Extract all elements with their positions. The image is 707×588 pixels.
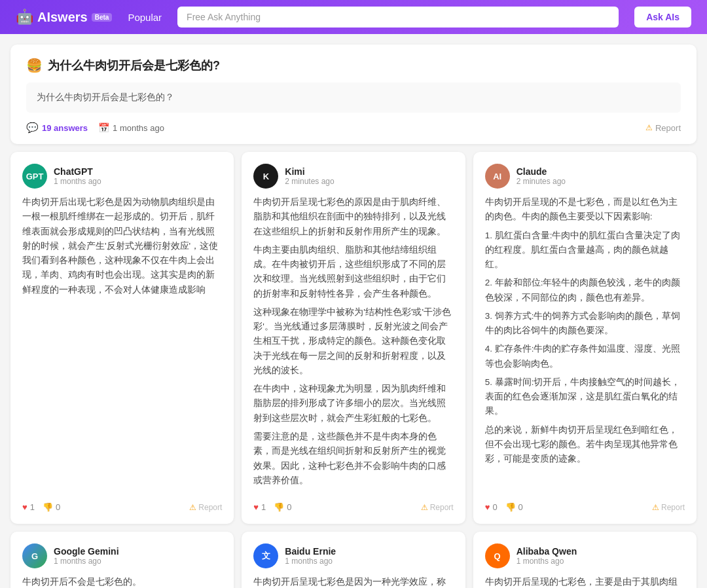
answer-card-chatgpt: GPT ChatGPT 1 months ago 牛肉切开后出现七彩色是因为动物… [10,152,234,524]
ai-avatar-gemini: G [22,543,47,568]
answer-card-baidu: 文 Baidu Ernie 1 months ago 牛肉切开后呈现七彩色是因为… [242,532,465,588]
burger-icon: 🍔 [26,58,43,73]
card-text-gemini: 牛肉切开后不会是七彩色的。牛肉通常是粉红色到深红色，具体颜色取决于以下因素: [22,575,222,588]
dislike-icon: 👎 [43,502,53,512]
calendar-icon: 📅 [98,122,109,133]
dislike-icon: 👎 [274,502,284,512]
card-text-baidu: 牛肉切开后呈现七彩色是因为一种光学效应，称为'反射式光栅衍射'。当光线从某个角度… [253,575,453,588]
ask-button[interactable]: Ask AIs [634,7,691,28]
report-btn-chatgpt[interactable]: ⚠ Report [189,503,222,512]
card-header: AI Claude 2 minutes ago [485,164,685,189]
time-meta: 📅 1 months ago [98,122,164,133]
ai-avatar-baidu: 文 [253,543,278,568]
answers-meta: 💬 19 answers [26,122,88,134]
card-header: GPT ChatGPT 1 months ago [22,164,222,189]
answer-card-kimi: K Kimi 2 minutes ago 牛肉切开后呈现七彩色的原因是由于肌肉纤… [242,152,465,524]
card-header: G Google Gemini 1 months ago [22,543,222,568]
like-btn-chatgpt[interactable]: ♥ 1 [22,502,35,512]
question-meta: 💬 19 answers 📅 1 months ago ⚠ Report [26,122,681,134]
answers-icon: 💬 [26,122,39,134]
card-header: Q Alibaba Qwen 1 months ago [485,543,685,568]
ai-time-baidu: 1 months ago [285,557,336,566]
card-text-kimi: 牛肉切开后呈现七彩色的原因是由于肌肉纤维、脂肪和其他组织在剖面中的独特排列，以及… [253,195,453,492]
card-text-chatgpt: 牛肉切开后出现七彩色是因为动物肌肉组织是由一根一根肌纤维绑在一起形成的。切开后，… [22,195,222,492]
ai-info-alibaba: Alibaba Qwen 1 months ago [517,546,577,566]
card-footer-kimi: ♥ 1 👎 0 ⚠ Report [253,502,453,512]
heart-icon: ♥ [485,502,490,512]
dislike-count: 0 [56,502,60,512]
dislike-count: 0 [287,502,291,512]
ai-time-claude: 2 minutes ago [517,177,566,186]
logo-text-ai: AIswers [37,10,88,25]
ai-name-chatgpt: ChatGPT [54,166,101,177]
card-text-claude: 牛肉切开后呈现的不是七彩色，而是以红色为主的肉色。牛肉的颜色主要受以下因素影响:… [485,195,685,492]
warning-icon-small: ⚠ [421,503,428,512]
report-btn-kimi[interactable]: ⚠ Report [421,503,454,512]
warning-icon: ⚠ [645,123,653,132]
answer-card-alibaba: Q Alibaba Qwen 1 months ago 牛肉切开后呈现的七彩色，… [473,532,697,588]
answer-card-gemini: G Google Gemini 1 months ago 牛肉切开后不会是七彩色… [10,532,234,588]
warning-icon-small: ⚠ [652,503,659,512]
ai-avatar-kimi: K [253,164,278,189]
answer-card-claude: AI Claude 2 minutes ago 牛肉切开后呈现的不是七彩色，而是… [473,152,697,524]
ai-info-chatgpt: ChatGPT 1 months ago [54,166,101,186]
dislike-btn-kimi[interactable]: 👎 0 [274,502,291,512]
ai-info-claude: Claude 2 minutes ago [517,166,566,186]
like-btn-claude[interactable]: ♥ 0 [485,502,498,512]
beta-badge: Beta [92,13,113,22]
like-count: 0 [492,502,497,512]
card-footer-claude: ♥ 0 👎 0 ⚠ Report [485,502,685,512]
like-count: 1 [261,502,266,512]
ai-name-alibaba: Alibaba Qwen [517,546,577,557]
answers-grid: GPT ChatGPT 1 months ago 牛肉切开后出现七彩色是因为动物… [0,152,707,588]
card-header: K Kimi 2 minutes ago [253,164,453,189]
dislike-icon: 👎 [505,502,516,512]
dislike-btn-chatgpt[interactable]: 👎 0 [43,502,60,512]
logo: 🤖 AIswers Beta [16,9,112,26]
ai-info-gemini: Google Gemini 1 months ago [54,546,119,566]
card-header: 文 Baidu Ernie 1 months ago [253,543,453,568]
card-footer-chatgpt: ♥ 1 👎 0 ⚠ Report [22,502,222,512]
answers-count: 19 answers [42,123,88,133]
search-input[interactable]: Free Ask Anything [177,7,619,28]
ai-time-chatgpt: 1 months ago [54,177,101,186]
ai-info-baidu: Baidu Ernie 1 months ago [285,546,336,566]
main-nav: Popular [128,12,162,23]
report-btn-claude[interactable]: ⚠ Report [652,503,685,512]
ai-avatar-chatgpt: GPT [22,164,47,189]
warning-icon-small: ⚠ [189,503,196,512]
logo-icon: 🤖 [16,9,33,26]
question-body: 为什么牛肉切开后会是七彩色的？ [26,83,681,113]
ai-time-gemini: 1 months ago [54,557,119,566]
heart-icon: ♥ [22,502,27,512]
dislike-btn-claude[interactable]: 👎 0 [505,502,523,512]
header: 🤖 AIswers Beta Popular Free Ask Anything… [0,0,707,34]
ai-name-baidu: Baidu Ernie [285,546,336,557]
nav-popular[interactable]: Popular [128,12,162,23]
dislike-count: 0 [518,502,523,512]
heart-icon: ♥ [253,502,259,512]
report-link[interactable]: ⚠ Report [645,123,681,133]
card-text-alibaba: 牛肉切开后呈现的七彩色，主要是由于其肌肉组织中的肌纤维、肌原纤维以及分布其中的肌… [485,575,685,588]
ai-avatar-alibaba: Q [485,543,510,568]
like-count: 1 [30,502,35,512]
ai-time-kimi: 2 minutes ago [285,177,334,186]
ai-info-kimi: Kimi 2 minutes ago [285,166,334,186]
ai-name-claude: Claude [517,166,566,177]
question-title: 🍔 为什么牛肉切开后会是七彩色的? [26,58,681,73]
like-btn-kimi[interactable]: ♥ 1 [253,502,266,512]
ai-name-kimi: Kimi [285,166,334,177]
ai-avatar-claude: AI [485,164,510,189]
ai-name-gemini: Google Gemini [54,546,119,557]
ai-time-alibaba: 1 months ago [517,557,577,566]
question-section: 🍔 为什么牛肉切开后会是七彩色的? 为什么牛肉切开后会是七彩色的？ 💬 19 a… [10,45,697,144]
